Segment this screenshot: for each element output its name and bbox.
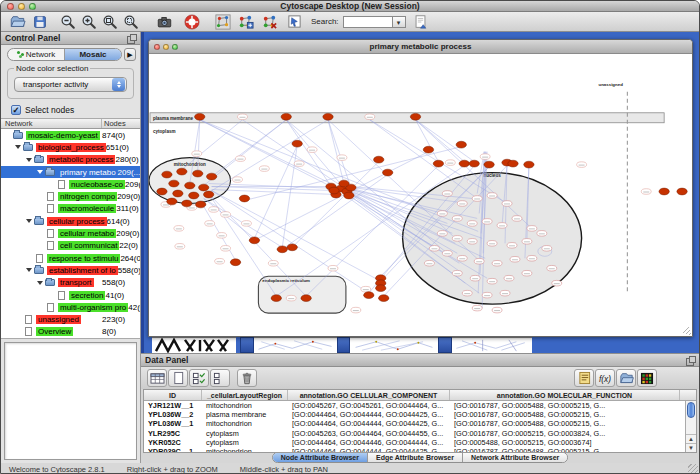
network-node[interactable]: [199, 184, 209, 191]
save-icon[interactable]: [31, 13, 49, 31]
open-folder-icon[interactable]: [8, 13, 26, 31]
table-row[interactable]: YPL036W__2plasma membrane[GO:0044464, GO…: [144, 410, 696, 419]
background-window-overview[interactable]: [152, 337, 236, 353]
network-node-small[interactable]: [217, 233, 227, 239]
network-node-small[interactable]: [192, 151, 202, 157]
tree-row[interactable]: cellular process614(0): [1, 215, 140, 227]
network-node[interactable]: [376, 285, 386, 292]
zoom-fit-icon[interactable]: [101, 13, 119, 31]
network-node-small[interactable]: [527, 255, 537, 261]
network-node[interactable]: [379, 295, 389, 302]
snapshot-camera-icon[interactable]: [155, 13, 173, 31]
import-attributes-icon[interactable]: [616, 369, 636, 387]
tree-row[interactable]: response to stimulu264(0): [1, 252, 140, 264]
tree-row[interactable]: macromolecule311(0): [1, 203, 140, 215]
network-node-small[interactable]: [474, 258, 484, 264]
tree-row[interactable]: nitrogen compo209(0): [1, 190, 140, 202]
network-node[interactable]: [206, 173, 216, 180]
network-node[interactable]: [162, 171, 172, 178]
network-node[interactable]: [287, 244, 297, 251]
network-node[interactable]: [196, 201, 206, 208]
network-node-small[interactable]: [527, 226, 537, 232]
unselect-all-attributes-icon[interactable]: [210, 369, 230, 387]
network-node-small[interactable]: [328, 265, 338, 271]
attribute-list-icon[interactable]: [574, 369, 594, 387]
network-node-small[interactable]: [482, 219, 492, 225]
float-panel-icon[interactable]: [127, 34, 136, 43]
network-node-small[interactable]: [542, 246, 552, 252]
network-node-small[interactable]: [472, 305, 482, 311]
background-window-preview[interactable]: [452, 337, 532, 353]
network-node[interactable]: [484, 161, 494, 168]
select-all-attributes-icon[interactable]: [189, 369, 209, 387]
zoom-out-icon[interactable]: [59, 13, 77, 31]
tree-row[interactable]: cellular metabo209(0): [1, 227, 140, 239]
network-node-small[interactable]: [457, 201, 467, 207]
network-canvas[interactable]: plasma membranecytoplasmmitochondrionnuc…: [149, 54, 692, 336]
network-node-small[interactable]: [452, 270, 462, 276]
network-node[interactable]: [508, 160, 518, 167]
tree-row[interactable]: cell communicat22(0): [1, 240, 140, 252]
tree-row[interactable]: Overview8(0): [1, 326, 140, 338]
expand-arrow-icon[interactable]: [37, 170, 43, 174]
network-node-small[interactable]: [221, 246, 231, 252]
network-node-small[interactable]: [497, 223, 507, 229]
network-node-small[interactable]: [492, 307, 502, 313]
new-network-view-icon[interactable]: [236, 13, 254, 31]
network-node-small[interactable]: [238, 114, 248, 120]
table-row[interactable]: YDR039C__1mitochondrion[GO:0044464, GO:0…: [144, 447, 696, 452]
background-window-edge[interactable]: [240, 337, 254, 353]
network-node-small[interactable]: [552, 280, 562, 286]
network-node-small[interactable]: [522, 270, 532, 276]
network-node[interactable]: [524, 161, 534, 168]
network-node-small[interactable]: [500, 290, 510, 296]
network-node-small[interactable]: [641, 189, 651, 195]
network-node-small[interactable]: [492, 260, 502, 266]
network-node-small[interactable]: [502, 201, 512, 207]
annotation-select-icon[interactable]: [285, 13, 303, 31]
network-node-small[interactable]: [442, 191, 452, 197]
network-node-small[interactable]: [286, 295, 296, 301]
scroll-up-icon[interactable]: ▲: [686, 434, 696, 443]
network-node[interactable]: [301, 295, 311, 302]
tab-mosaic[interactable]: Mosaic: [65, 49, 121, 60]
network-node[interactable]: [230, 259, 240, 266]
window-resize-grip[interactable]: [683, 327, 691, 335]
network-node-small[interactable]: [462, 290, 472, 296]
network-node-small[interactable]: [361, 286, 371, 292]
network-node[interactable]: [169, 180, 179, 187]
select-attributes-icon[interactable]: [147, 369, 167, 387]
background-window-edge[interactable]: [337, 337, 350, 353]
float-panel-icon[interactable]: [686, 356, 695, 365]
tab-network-attribute-browser[interactable]: Network Attribute Browser: [463, 453, 567, 462]
tree-row[interactable]: establishment of lo558(0): [1, 264, 140, 276]
network-node-small[interactable]: [537, 231, 547, 237]
expand-arrow-icon[interactable]: [37, 281, 43, 285]
network-node-small[interactable]: [522, 239, 532, 245]
network-node-small[interactable]: [268, 260, 278, 266]
network-node-small[interactable]: [504, 275, 514, 281]
zoom-in-icon[interactable]: [80, 13, 98, 31]
network-node-small[interactable]: [175, 244, 185, 250]
resize-grip[interactable]: [688, 464, 698, 474]
network-node-small[interactable]: [577, 162, 587, 168]
select-nodes-checkbox[interactable]: ✓: [11, 105, 21, 115]
network-node-small[interactable]: [442, 251, 452, 257]
network-node-small[interactable]: [424, 260, 434, 266]
node-color-dropdown[interactable]: transporter activity: [14, 77, 127, 92]
tree-row[interactable]: transport558(0): [1, 277, 140, 289]
network-node[interactable]: [249, 237, 259, 244]
network-node[interactable]: [203, 191, 213, 198]
network-node[interactable]: [659, 188, 669, 195]
background-window-preview[interactable]: [350, 337, 438, 353]
network-node-small[interactable]: [512, 216, 522, 222]
tree-col-network[interactable]: Network: [1, 119, 102, 128]
network-window-titlebar[interactable]: primary metabolic process: [149, 40, 692, 54]
background-window-preview[interactable]: [254, 337, 337, 353]
network-node-small[interactable]: [209, 207, 219, 213]
advanced-search-icon[interactable]: [412, 13, 430, 31]
table-row[interactable]: YPL036W__1mitochondrion[GO:0044464, GO:0…: [144, 419, 696, 428]
tab-edge-attribute-browser[interactable]: Edge Attribute Browser: [368, 453, 463, 462]
network-node[interactable]: [329, 187, 339, 194]
network-node[interactable]: [292, 140, 302, 147]
